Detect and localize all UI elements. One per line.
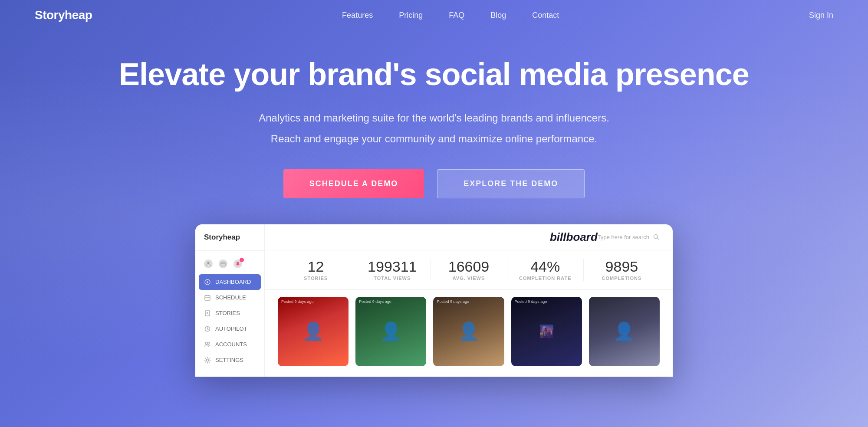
stat-total-views: 199311 TOTAL VIEWS: [354, 259, 431, 281]
svg-point-8: [208, 342, 210, 344]
nav-item-contact[interactable]: Contact: [532, 11, 559, 20]
mockup-main: billboard Type here for search 12 STORIE…: [265, 224, 673, 377]
svg-point-9: [207, 359, 209, 361]
svg-point-7: [206, 342, 208, 344]
sidebar-item-accounts[interactable]: ACCOUNTS: [195, 337, 264, 352]
notification-badge: [240, 258, 244, 262]
stat-completions-label: COMPLETIONS: [584, 276, 660, 281]
sidebar-menu: DASHBOARD SCHEDULE STORIES AUTOPILOT: [195, 274, 264, 368]
client-brand-logo: billboard: [550, 230, 598, 244]
notification-icon[interactable]: [233, 259, 242, 268]
svg-rect-1: [221, 262, 225, 266]
stat-avg-views-value: 16609: [431, 259, 506, 274]
sidebar-item-autopilot[interactable]: AUTOPILOT: [195, 321, 264, 337]
navbar: Storyheap Features Pricing FAQ Blog Cont…: [0, 0, 868, 30]
mockup-sidebar: Storyheap DASHBOARD: [195, 224, 265, 377]
sidebar-item-settings[interactable]: SETTINGS: [195, 352, 264, 368]
hero-subtitle-2: Reach and engage your community and maxi…: [0, 131, 868, 147]
stories-section: Posted 9 days ago 👤 Posted 9 days ago 👤 …: [265, 290, 673, 373]
mockup-container: Storyheap DASHBOARD: [0, 224, 868, 377]
story-card-1[interactable]: Posted 9 days ago 👤: [278, 297, 349, 366]
svg-rect-5: [205, 311, 210, 316]
user-icon[interactable]: [204, 259, 213, 268]
sidebar-item-dashboard[interactable]: DASHBOARD: [199, 274, 261, 290]
nav-item-pricing[interactable]: Pricing: [399, 11, 423, 20]
hero-subtitle-1: Analytics and marketing suite for the wo…: [0, 110, 868, 126]
nav-links: Features Pricing FAQ Blog Contact: [342, 11, 559, 20]
stat-total-views-label: TOTAL VIEWS: [354, 276, 430, 281]
stat-completions: 9895 COMPLETIONS: [584, 259, 660, 281]
sidebar-item-stories[interactable]: STORIES: [195, 305, 264, 321]
stat-completion-rate: 44% COMPLETION RATE: [507, 259, 584, 281]
schedule-demo-button[interactable]: SCHEDULE A DEMO: [283, 169, 424, 198]
stat-avg-views: 16609 AVG. VIEWS: [431, 259, 507, 281]
stat-completion-rate-label: COMPLETION RATE: [507, 276, 583, 281]
story-card-5[interactable]: Posted 9 d 👤: [589, 297, 660, 366]
hero-section: Storyheap Features Pricing FAQ Blog Cont…: [0, 0, 868, 427]
stats-row: 12 STORIES 199311 TOTAL VIEWS 16609 AVG.…: [265, 250, 673, 290]
svg-rect-4: [205, 296, 210, 300]
story-card-2[interactable]: Posted 9 days ago 👤: [355, 297, 426, 366]
sidebar-brand: Storyheap: [195, 233, 264, 251]
story-card-3[interactable]: Posted 9 days ago 👤: [433, 297, 504, 366]
schedule-icon[interactable]: [219, 259, 227, 268]
hero-title: Elevate your brand's social media presen…: [0, 56, 868, 92]
stat-stories: 12 STORIES: [278, 259, 354, 281]
stat-completion-rate-value: 44%: [507, 259, 583, 274]
search-placeholder: Type here for search: [598, 234, 649, 240]
sidebar-icons-row: [195, 255, 264, 274]
mockup-window: Storyheap DASHBOARD: [195, 224, 673, 377]
sidebar-item-schedule[interactable]: SCHEDULE: [195, 290, 264, 305]
nav-logo: Storyheap: [35, 8, 92, 22]
explore-demo-button[interactable]: EXPLORE THE DEMO: [437, 169, 585, 198]
search-area[interactable]: Type here for search: [598, 233, 660, 240]
stat-stories-label: STORIES: [278, 276, 354, 281]
stat-avg-views-label: AVG. VIEWS: [431, 276, 506, 281]
search-icon: [653, 233, 660, 240]
nav-item-faq[interactable]: FAQ: [449, 11, 464, 20]
cta-group: SCHEDULE A DEMO EXPLORE THE DEMO: [0, 169, 868, 198]
hero-content: Elevate your brand's social media presen…: [0, 30, 868, 198]
signin-link[interactable]: Sign In: [809, 11, 833, 20]
stories-grid: Posted 9 days ago 👤 Posted 9 days ago 👤 …: [278, 297, 660, 366]
nav-item-blog[interactable]: Blog: [490, 11, 506, 20]
svg-point-3: [207, 281, 208, 283]
story-card-4[interactable]: Posted 9 days ago 🌆: [511, 297, 582, 366]
mockup-header: billboard Type here for search: [265, 224, 673, 250]
stat-total-views-value: 199311: [354, 259, 430, 274]
stat-completions-value: 9895: [584, 259, 660, 274]
nav-item-features[interactable]: Features: [342, 11, 373, 20]
stat-stories-value: 12: [278, 259, 354, 274]
